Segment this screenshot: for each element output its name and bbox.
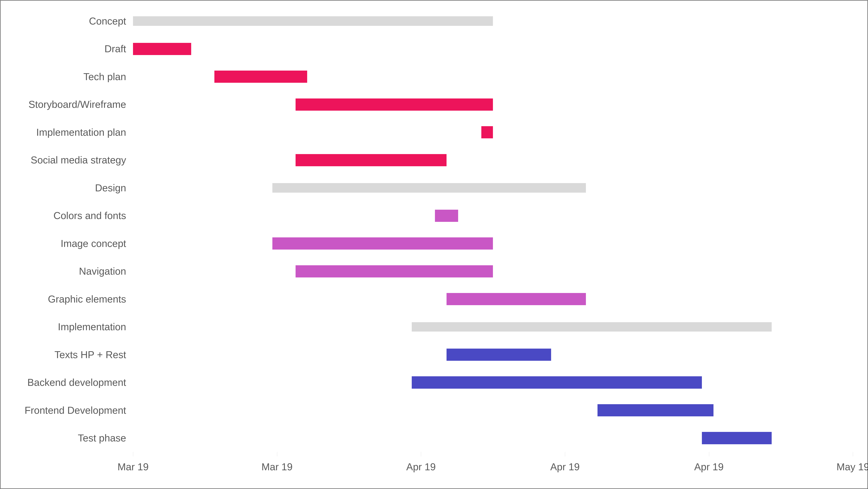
plot-area [133,7,853,452]
task-bar [597,404,714,416]
task-bar [702,432,772,444]
task-bar [133,43,191,55]
task-label: Test phase [0,433,126,443]
task-row [133,313,853,341]
task-row [133,369,853,396]
x-tick [277,452,277,456]
task-label: Image concept [0,238,126,249]
task-row [133,341,853,368]
task-row [133,7,853,35]
x-tick [853,452,853,456]
x-tick [421,452,421,456]
task-row [133,230,853,257]
x-tick-label: May 19 [837,461,868,472]
task-row [133,118,853,146]
task-bar [412,376,702,389]
task-label: Tech plan [0,72,126,82]
task-row [133,396,853,424]
task-bar [214,70,307,83]
task-row [133,257,853,285]
task-label: Draft [0,44,126,54]
task-bar [412,322,772,332]
task-bar [296,265,493,278]
x-axis: Mar 19Mar 19Apr 19Apr 19Apr 19May 19 [133,452,853,489]
task-bar [481,126,493,138]
y-axis-labels: ConceptDraftTech planStoryboard/Wirefram… [0,7,133,452]
task-label: Implementation plan [0,127,126,137]
task-row [133,35,853,63]
x-tick-label: Apr 19 [694,461,723,472]
task-bar [296,98,493,111]
task-label: Navigation [0,266,126,276]
task-label: Colors and fonts [0,211,126,221]
task-label: Texts HP + Rest [0,350,126,359]
x-tick-label: Mar 19 [261,461,292,472]
task-bar [272,183,586,193]
task-label: Backend development [0,377,126,387]
task-label: Frontend Development [0,405,126,415]
task-label: Implementation [0,322,126,332]
task-row [133,63,853,90]
x-tick-label: Mar 19 [118,461,149,472]
x-tick [709,452,709,456]
task-bar [133,16,493,26]
task-row [133,202,853,230]
task-label: Social media strategy [0,155,126,165]
task-label: Design [0,183,126,193]
x-tick-label: Apr 19 [550,461,580,472]
task-row [133,174,853,202]
gantt-chart: ConceptDraftTech planStoryboard/Wirefram… [0,0,868,489]
task-bar [435,210,458,222]
x-tick-label: Apr 19 [406,461,436,472]
task-row [133,285,853,313]
task-bar [272,237,493,250]
task-label: Graphic elements [0,294,126,304]
task-bar [296,154,446,166]
task-row [133,146,853,174]
task-row [133,424,853,452]
task-label: Concept [0,16,126,26]
task-bar [446,349,551,361]
task-bar [446,293,586,305]
task-label: Storyboard/Wireframe [0,99,126,110]
task-row [133,91,853,118]
